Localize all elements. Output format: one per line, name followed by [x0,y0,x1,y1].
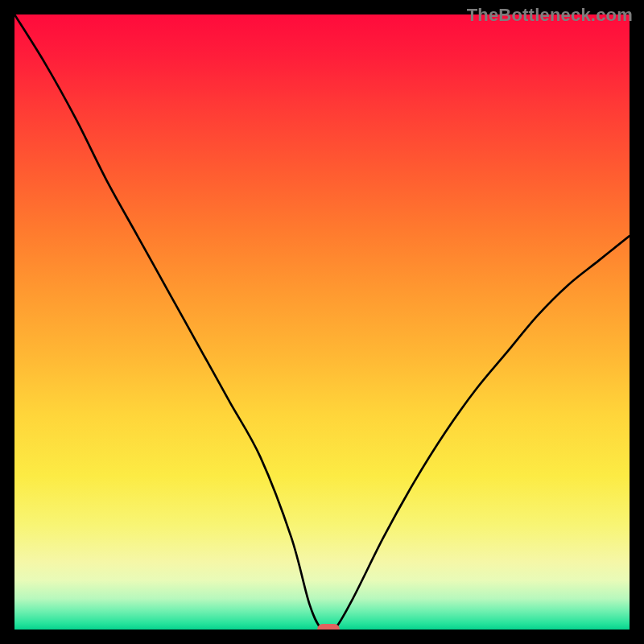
plot-area [14,14,630,630]
bottleneck-curve-path [14,14,630,630]
curve-svg [14,14,630,630]
watermark-text: TheBottleneck.com [467,5,633,26]
chart-frame: TheBottleneck.com [0,0,644,644]
min-marker [317,624,340,630]
